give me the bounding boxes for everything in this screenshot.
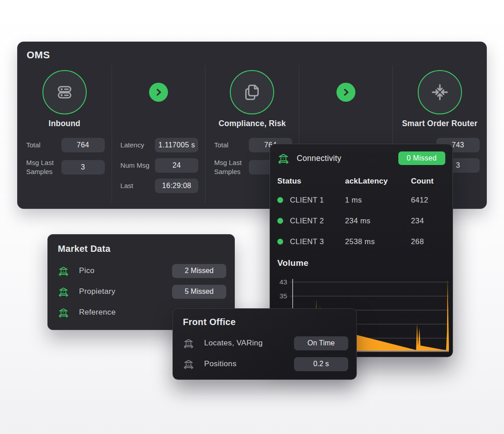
client-name: CLIENT 1	[290, 196, 324, 204]
count: 234	[411, 217, 445, 225]
compliance-node[interactable]	[230, 70, 274, 114]
server-icon	[54, 82, 75, 103]
client-name: CLIENT 2	[290, 217, 324, 225]
feed-row-locates: Locates, VARing On Time	[173, 333, 356, 354]
svg-text:43: 43	[280, 278, 287, 286]
missed-badge: 5 Missed	[172, 285, 226, 299]
table-header-row: Status ackLatency Count	[277, 173, 445, 189]
documents-icon	[242, 82, 262, 103]
stat-value-pill: 1.117005 s	[155, 138, 198, 152]
stat-row: Latency 1.117005 s	[121, 138, 199, 152]
market-data-title: Market Data	[58, 244, 234, 254]
stat-row: Last 16:29:08	[121, 179, 199, 193]
arrow-right-icon	[153, 86, 164, 98]
stat-value-pill: 764	[61, 138, 105, 152]
table-row: CLIENT 1 1 ms 6412	[277, 189, 445, 210]
status-dot	[277, 218, 283, 224]
stat-label: Msg Last Samples	[26, 158, 61, 176]
col-header-acklatency: ackLatency	[345, 177, 411, 186]
table-row: CLIENT 3 2538 ms 268	[277, 231, 445, 252]
stage-label-empty	[299, 119, 393, 131]
sor-icon-zone	[393, 66, 486, 119]
stat-row: Total 764	[26, 138, 105, 152]
bank-icon	[58, 307, 69, 318]
missed-badge: 2 Missed	[172, 264, 226, 278]
feed-label: Locates, VARing	[204, 339, 263, 348]
front-office-rows: Locates, VARing On Time Positions 0.2 s	[173, 333, 356, 374]
bank-icon	[58, 286, 69, 297]
feed-label: Propietary	[79, 287, 115, 296]
count: 268	[411, 237, 445, 246]
stat-label: Last	[121, 181, 133, 190]
ack-latency: 1 ms	[345, 196, 411, 204]
feed-row-propietary: Propietary 5 Missed	[48, 281, 234, 302]
feed-row-positions: Positions 0.2 s	[173, 354, 356, 374]
flow-arrow-zone	[112, 66, 205, 119]
bank-icon	[183, 338, 194, 349]
status-dot	[277, 197, 283, 203]
stat-value-pill: 3	[61, 160, 105, 175]
arrow-right-icon	[340, 86, 352, 98]
latency-stats: Latency 1.117005 s Num Msg 24 Last 16:29…	[112, 138, 205, 193]
status-badge: On Time	[294, 336, 348, 350]
front-office-panel[interactable]: Front Office Locates, VARing On Time Pos…	[173, 308, 357, 380]
feed-label: Reference	[79, 308, 116, 317]
svg-text:35: 35	[280, 292, 287, 300]
bank-icon	[277, 152, 289, 165]
flow-arrow-button[interactable]	[336, 83, 355, 102]
count: 6412	[411, 196, 445, 204]
stat-row: Num Msg 24	[121, 158, 199, 173]
connectivity-header: Connectivity 0 Missed	[270, 144, 453, 165]
inbound-icon-zone	[18, 66, 112, 119]
ack-latency: 234 ms	[345, 217, 411, 225]
oms-stage-latency: Latency 1.117005 s Num Msg 24 Last 16:29…	[112, 66, 205, 202]
ack-latency: 2538 ms	[345, 237, 411, 246]
volume-title: Volume	[277, 258, 453, 268]
feed-label: Pico	[79, 266, 94, 275]
flow-arrow-button[interactable]	[149, 83, 168, 102]
feed-label: Positions	[204, 359, 237, 368]
bank-icon	[183, 359, 194, 370]
stage-label-inbound: Inbound	[18, 119, 112, 131]
inbound-node[interactable]	[42, 70, 87, 114]
connectivity-title: Connectivity	[297, 154, 341, 163]
stat-label: Latency	[121, 141, 145, 150]
stat-value-pill: 24	[155, 158, 198, 173]
converge-icon	[429, 82, 450, 103]
front-office-title: Front Office	[183, 317, 356, 327]
status-badge: 0.2 s	[294, 357, 348, 371]
oms-stage-inbound: Inbound Total 764 Msg Last Samples 3	[18, 66, 112, 202]
compliance-icon-zone	[205, 66, 299, 119]
stat-label: Msg Last Samples	[214, 158, 249, 176]
stat-value-pill: 16:29:08	[155, 179, 198, 193]
table-row: CLIENT 2 234 ms 234	[277, 210, 445, 231]
stat-row: Msg Last Samples 3	[26, 158, 105, 176]
feed-row-pico: Pico 2 Missed	[48, 260, 234, 281]
col-header-status: Status	[277, 177, 345, 186]
inbound-stats: Total 764 Msg Last Samples 3	[18, 138, 112, 176]
stat-label: Total	[26, 141, 41, 150]
stage-label-empty	[112, 119, 205, 131]
stat-label: Total	[214, 141, 229, 150]
sor-node[interactable]	[418, 70, 462, 114]
connectivity-table: Status ackLatency Count CLIENT 1 1 ms 64…	[270, 173, 453, 252]
missed-badge-green: 0 Missed	[398, 151, 445, 165]
oms-title: OMS	[27, 49, 486, 61]
stat-label: Num Msg	[121, 161, 149, 170]
status-dot	[277, 239, 283, 245]
col-header-count: Count	[411, 177, 445, 186]
client-name: CLIENT 3	[290, 237, 324, 246]
bank-icon	[58, 265, 69, 277]
flow-arrow-zone	[299, 66, 393, 119]
stage-label-compliance: Compliance, Risk	[205, 119, 299, 131]
stage-label-sor: Smart Order Router	[393, 119, 486, 131]
